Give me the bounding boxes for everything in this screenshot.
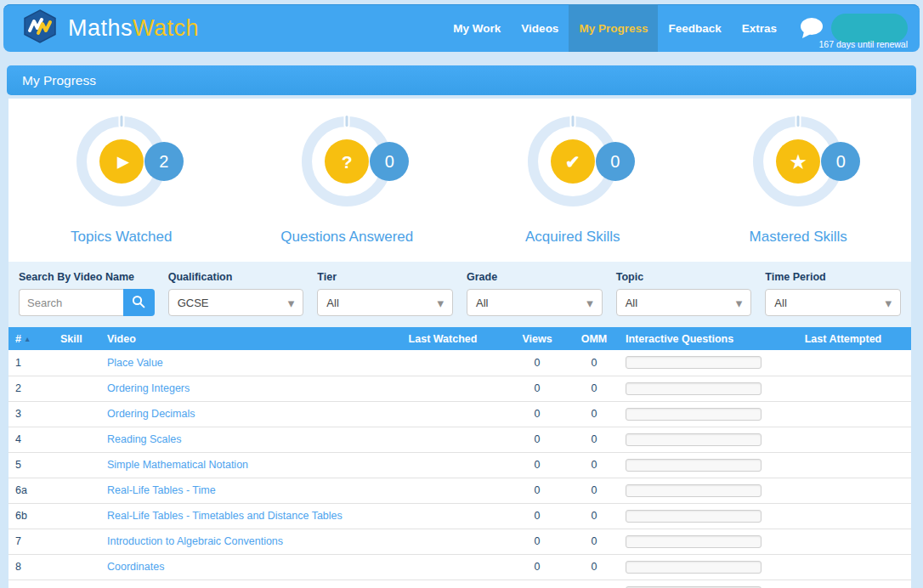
header-last-watched[interactable]: Last Watched bbox=[379, 327, 507, 350]
row-video: Reading Scales bbox=[102, 427, 379, 452]
chevron-down-icon: ▾ bbox=[586, 297, 593, 309]
nav-feedback[interactable]: Feedback bbox=[658, 4, 731, 52]
row-number: 6b bbox=[8, 503, 55, 529]
filter-bar: Search By Video Name Qualification GCSE … bbox=[8, 262, 911, 327]
row-number: 9 bbox=[8, 580, 55, 588]
row-last-watched bbox=[379, 350, 507, 376]
row-views: 0 bbox=[507, 478, 568, 503]
video-link[interactable]: Coordinates bbox=[107, 561, 164, 573]
row-number: 8 bbox=[8, 554, 55, 580]
header-video[interactable]: Video bbox=[102, 327, 379, 350]
row-views: 0 bbox=[507, 580, 568, 588]
row-skill bbox=[55, 427, 102, 452]
ring-tick bbox=[571, 116, 574, 127]
row-video: Real-Life Tables - Time bbox=[102, 478, 379, 503]
interactive-questions-progress-bar bbox=[626, 535, 762, 548]
question-icon: ? bbox=[325, 139, 369, 184]
header-omm[interactable]: OMM bbox=[568, 327, 620, 350]
search-button[interactable] bbox=[123, 289, 155, 316]
topic-label: Topic bbox=[616, 271, 752, 283]
stat-count-badge: 0 bbox=[596, 142, 635, 181]
row-skill bbox=[55, 503, 102, 529]
mathswatch-logo[interactable]: MathsWatch bbox=[22, 9, 199, 47]
time-period-select[interactable]: All ▾ bbox=[765, 289, 901, 316]
row-interactive-questions bbox=[620, 401, 775, 427]
row-views: 0 bbox=[507, 376, 568, 401]
row-omm: 0 bbox=[568, 554, 620, 580]
row-omm: 0 bbox=[568, 478, 620, 503]
row-omm: 0 bbox=[568, 503, 620, 529]
check-icon: ✔ bbox=[551, 139, 595, 184]
row-video: Ordering Decimals bbox=[102, 401, 379, 427]
row-last-watched bbox=[379, 427, 507, 452]
header-views[interactable]: Views bbox=[507, 327, 568, 350]
header-interactive-questions[interactable]: Interactive Questions bbox=[620, 327, 775, 350]
row-skill bbox=[55, 452, 102, 478]
row-number: 6a bbox=[8, 478, 55, 503]
video-link[interactable]: Ordering Integers bbox=[107, 382, 190, 394]
table-row: 9 Simple Geometric Definitions 0 0 bbox=[8, 580, 911, 588]
row-skill bbox=[55, 529, 102, 554]
chat-bubble-icon[interactable] bbox=[799, 17, 824, 39]
topic-value: All bbox=[626, 297, 637, 309]
row-omm: 0 bbox=[568, 427, 620, 452]
stat-label: Acquired Skills bbox=[525, 229, 620, 246]
row-video: Real-Life Tables - Timetables and Distan… bbox=[102, 503, 379, 529]
video-link[interactable]: Simple Mathematical Notation bbox=[107, 459, 248, 471]
row-number: 1 bbox=[8, 350, 55, 376]
filter-topic: Topic All ▾ bbox=[616, 271, 752, 316]
filter-time-period: Time Period All ▾ bbox=[765, 271, 901, 316]
grade-select[interactable]: All ▾ bbox=[467, 289, 603, 316]
video-link[interactable]: Reading Scales bbox=[107, 433, 182, 445]
play-icon: ▶ bbox=[99, 139, 144, 184]
nav-my-progress[interactable]: My Progress bbox=[569, 4, 658, 52]
row-last-watched bbox=[379, 503, 507, 529]
row-skill bbox=[55, 350, 102, 376]
tier-label: Tier bbox=[317, 271, 453, 283]
search-input[interactable] bbox=[19, 289, 123, 316]
row-omm: 0 bbox=[568, 580, 620, 588]
chevron-down-icon: ▾ bbox=[736, 297, 743, 309]
video-link[interactable]: Place Value bbox=[107, 357, 163, 369]
filter-qualification: Qualification GCSE ▾ bbox=[168, 271, 304, 316]
row-interactive-questions bbox=[620, 376, 775, 401]
row-last-attempted bbox=[775, 580, 911, 588]
video-link[interactable]: Ordering Decimals bbox=[107, 408, 195, 420]
header-skill[interactable]: Skill bbox=[55, 327, 102, 350]
stat-label: Mastered Skills bbox=[750, 229, 847, 246]
row-last-watched bbox=[379, 478, 507, 503]
row-number: 5 bbox=[8, 452, 55, 478]
row-interactive-questions bbox=[620, 503, 775, 529]
row-number: 7 bbox=[8, 529, 55, 554]
row-video: Simple Geometric Definitions bbox=[102, 580, 379, 588]
chevron-down-icon: ▾ bbox=[288, 297, 295, 309]
stat-mastered-skills: ★ 0 Mastered Skills bbox=[686, 116, 912, 262]
row-skill bbox=[55, 580, 102, 588]
video-link[interactable]: Real-Life Tables - Time bbox=[107, 484, 216, 496]
row-views: 0 bbox=[507, 529, 568, 554]
header-number[interactable]: #▲ bbox=[8, 327, 55, 350]
row-skill bbox=[55, 376, 102, 401]
row-video: Coordinates bbox=[102, 554, 379, 580]
nav-videos[interactable]: Videos bbox=[511, 4, 569, 52]
row-views: 0 bbox=[507, 401, 568, 427]
table-row: 6b Real-Life Tables - Timetables and Dis… bbox=[8, 503, 911, 529]
nav-my-work[interactable]: My Work bbox=[443, 4, 511, 52]
header-last-attempted[interactable]: Last Attempted bbox=[775, 327, 911, 350]
tier-select[interactable]: All ▾ bbox=[317, 289, 453, 316]
main-content: ▶ 2 Topics Watched ? 0 Questions Answere… bbox=[8, 99, 911, 588]
qualification-select[interactable]: GCSE ▾ bbox=[168, 289, 304, 316]
nav-extras[interactable]: Extras bbox=[732, 4, 787, 52]
ring-tick bbox=[120, 116, 122, 127]
video-link[interactable]: Real-Life Tables - Timetables and Distan… bbox=[107, 510, 343, 522]
time-period-value: All bbox=[774, 297, 786, 309]
filter-tier: Tier All ▾ bbox=[317, 271, 453, 316]
interactive-questions-progress-bar bbox=[626, 433, 762, 446]
topic-select[interactable]: All ▾ bbox=[616, 289, 752, 316]
row-last-attempted bbox=[775, 529, 911, 554]
user-account-pill[interactable] bbox=[831, 14, 908, 42]
search-icon bbox=[132, 295, 145, 311]
row-skill bbox=[55, 478, 102, 503]
video-link[interactable]: Introduction to Algebraic Conventions bbox=[107, 535, 283, 547]
row-views: 0 bbox=[507, 350, 568, 376]
